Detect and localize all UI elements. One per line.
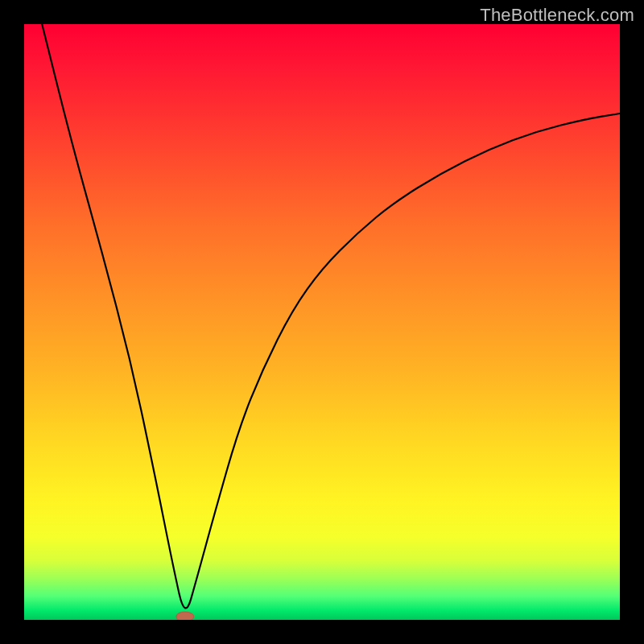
bottleneck-curve xyxy=(24,24,620,620)
figure-frame: TheBottleneck.com xyxy=(0,0,644,644)
watermark-text: TheBottleneck.com xyxy=(480,5,634,26)
minimum-marker xyxy=(176,612,194,620)
plot-area xyxy=(24,24,620,620)
curve-path xyxy=(42,24,620,608)
